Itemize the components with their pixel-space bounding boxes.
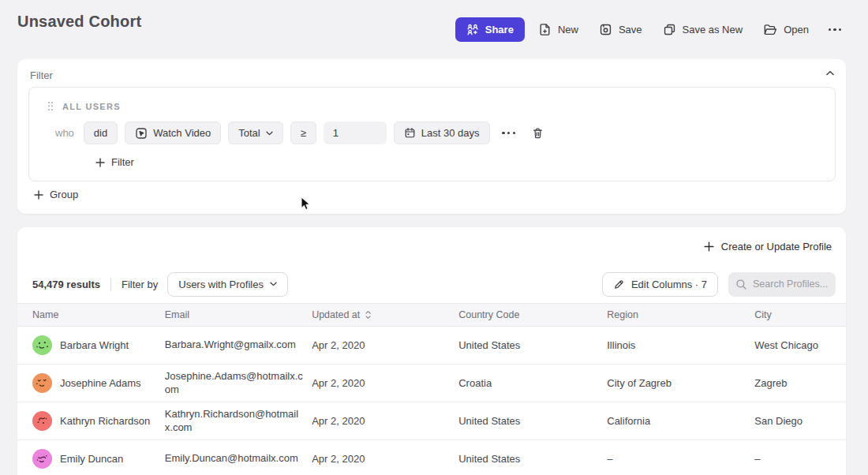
column-header-email[interactable]: Email xyxy=(165,309,312,321)
profile-name: Kathryn Richardson xyxy=(60,415,150,427)
profile-city: – xyxy=(754,453,846,465)
aggregation-label: Total xyxy=(238,127,260,139)
event-label: Watch Video xyxy=(153,127,211,139)
table-row[interactable]: Kathryn Richardson Kathryn.Richardson@ho… xyxy=(17,402,846,440)
share-button-label: Share xyxy=(485,24,514,36)
save-button-label: Save xyxy=(619,24,642,36)
add-group-label: Group xyxy=(50,189,78,200)
profile-region: City of Zagreb xyxy=(607,377,754,389)
column-header-name[interactable]: Name xyxy=(17,309,165,320)
avatar xyxy=(32,411,52,431)
folder-icon xyxy=(763,23,777,36)
profile-updated-at: Apr 2, 2020 xyxy=(312,453,458,465)
new-file-icon xyxy=(538,23,552,36)
column-header-region[interactable]: Region xyxy=(607,309,754,320)
profile-country-code: Croatia xyxy=(458,377,607,389)
filter-more-options-button[interactable] xyxy=(497,122,521,144)
drag-handle-icon[interactable] xyxy=(47,101,54,111)
table-header-row: Name Email Updated at Country Code Regio… xyxy=(17,303,846,327)
header-actions: Share New Save Save as xyxy=(455,17,847,42)
profile-region: California xyxy=(607,415,754,427)
pencil-icon xyxy=(613,279,625,290)
who-label: who xyxy=(55,127,74,139)
did-label: did xyxy=(94,127,107,139)
edit-columns-button[interactable]: Edit Columns · 7 xyxy=(602,272,718,297)
avatar xyxy=(32,335,52,355)
did-selector[interactable]: did xyxy=(84,122,118,144)
profile-country-code: United States xyxy=(458,453,607,465)
chevron-down-icon xyxy=(270,282,277,286)
profile-region: – xyxy=(607,453,754,465)
collapse-chevron-up-icon[interactable] xyxy=(825,70,835,77)
date-range-label: Last 30 days xyxy=(421,127,480,139)
plus-icon xyxy=(34,190,43,200)
profile-region: Illinois xyxy=(607,339,754,351)
date-range-selector[interactable]: Last 30 days xyxy=(394,122,490,144)
group-header-label: ALL USERS xyxy=(62,102,121,111)
column-header-city[interactable]: City xyxy=(754,309,846,320)
plus-icon xyxy=(704,241,714,252)
plus-icon xyxy=(95,158,105,167)
edit-columns-label: Edit Columns · 7 xyxy=(631,279,707,290)
sort-icon[interactable] xyxy=(365,310,372,320)
event-selector[interactable]: Watch Video xyxy=(125,122,221,144)
more-options-button[interactable] xyxy=(822,17,847,42)
profile-name: Barbara Wright xyxy=(60,339,129,351)
profile-email: Kathryn.Richardson@hotmailx.com xyxy=(165,408,312,435)
table-row[interactable]: Emily Duncan Emily.Duncan@hotmailx.com A… xyxy=(17,440,846,475)
profile-country-code: United States xyxy=(458,415,607,427)
new-button[interactable]: New xyxy=(531,17,586,42)
save-as-new-button-label: Save as New xyxy=(683,24,743,36)
profile-type-dropdown[interactable]: Users with Profiles xyxy=(167,272,288,297)
add-filter-button[interactable]: Filter xyxy=(95,156,134,168)
profile-type-label: Users with Profiles xyxy=(178,279,264,290)
save-button[interactable]: Save xyxy=(592,17,649,42)
avatar xyxy=(32,449,52,469)
filter-by-label: Filter by xyxy=(122,279,158,290)
save-as-new-button[interactable]: Save as New xyxy=(656,17,750,42)
open-button-label: Open xyxy=(784,24,809,36)
avatar xyxy=(32,373,52,393)
new-button-label: New xyxy=(558,24,578,36)
add-group-button[interactable]: Group xyxy=(34,189,78,200)
operator-label: ≥ xyxy=(301,127,306,139)
filter-row: who did Watch Video Total xyxy=(55,122,835,144)
table-row[interactable]: Barbara Wright Barbara.Wright@gmailx.com… xyxy=(17,327,846,365)
column-header-updated-at[interactable]: Updated at xyxy=(312,309,458,320)
create-or-update-profile-button[interactable]: Create or Update Profile xyxy=(704,241,832,252)
add-filter-label: Filter xyxy=(111,156,134,168)
calendar-icon xyxy=(404,127,416,139)
duplicate-icon xyxy=(663,23,676,36)
event-icon xyxy=(135,127,148,140)
profiles-panel: Create or Update Profile 54,479 results … xyxy=(17,227,846,475)
profile-email: Emily.Duncan@hotmailx.com xyxy=(165,452,312,466)
operator-selector[interactable]: ≥ xyxy=(290,122,316,144)
search-icon xyxy=(735,279,747,290)
divider xyxy=(110,278,111,291)
cohort-group-box: ALL USERS who did Watch Video Total xyxy=(28,87,836,181)
profile-city: San Diego xyxy=(754,415,846,427)
results-count: 54,479 results xyxy=(32,279,100,290)
profiles-toolbar: 54,479 results Filter by Users with Prof… xyxy=(17,265,846,303)
profile-email: Barbara.Wright@gmailx.com xyxy=(165,338,312,352)
chevron-down-icon xyxy=(266,131,273,136)
profile-name: Josephine Adams xyxy=(60,377,141,389)
share-button[interactable]: Share xyxy=(455,17,525,42)
profile-updated-at: Apr 2, 2020 xyxy=(312,415,458,427)
threshold-value-input[interactable] xyxy=(324,122,387,144)
profile-name: Emily Duncan xyxy=(60,453,123,465)
open-button[interactable]: Open xyxy=(756,17,816,42)
filter-panel-title: Filter xyxy=(30,69,53,81)
profile-city: Zagreb xyxy=(754,377,846,389)
profile-updated-at: Apr 2, 2020 xyxy=(312,377,458,389)
profile-country-code: United States xyxy=(458,339,607,351)
profile-city: West Chicago xyxy=(754,339,846,351)
aggregation-selector[interactable]: Total xyxy=(228,122,282,144)
delete-filter-button[interactable] xyxy=(528,122,548,144)
table-row[interactable]: Josephine Adams Josephine.Adams@hotmailx… xyxy=(17,365,846,402)
page-title: Unsaved Cohort xyxy=(17,13,141,31)
column-header-country-code[interactable]: Country Code xyxy=(458,309,607,320)
create-or-update-profile-label: Create or Update Profile xyxy=(721,241,832,252)
profile-email: Josephine.Adams@hotmailx.com xyxy=(165,370,312,397)
save-icon xyxy=(599,23,612,36)
